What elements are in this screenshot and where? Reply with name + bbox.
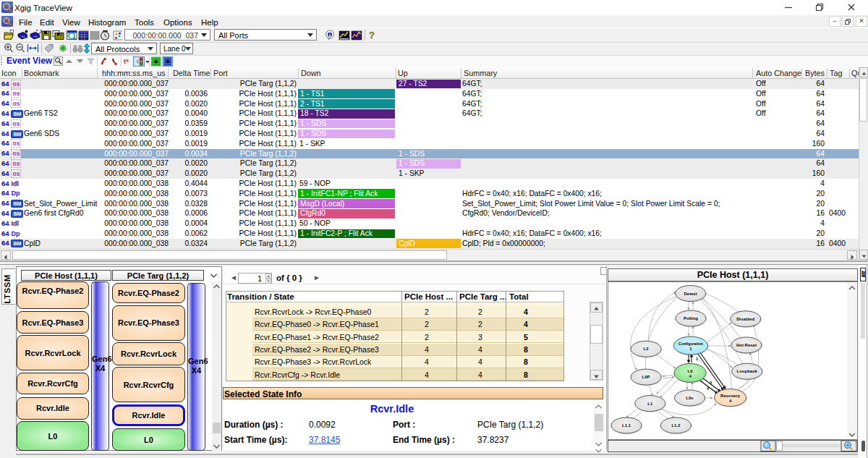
svg-text:L0s: L0s — [686, 396, 694, 400]
svg-text:Loopback: Loopback — [737, 369, 758, 373]
svg-text:1: 1 — [696, 357, 698, 361]
svg-text:L0P: L0P — [642, 375, 650, 379]
svg-text:Recovery: Recovery — [720, 394, 741, 398]
svg-text:Hot Reset: Hot Reset — [736, 343, 757, 347]
svg-text:Detect: Detect — [684, 292, 697, 296]
svg-text:L0: L0 — [688, 369, 694, 373]
svg-text:?: ? — [369, 30, 375, 41]
svg-text:L2: L2 — [644, 347, 650, 351]
svg-text:Polling: Polling — [684, 316, 698, 321]
svg-text:L1: L1 — [647, 402, 653, 406]
svg-text:Configuration: Configuration — [678, 342, 703, 346]
svg-text:Disabled: Disabled — [736, 317, 754, 321]
svg-text:3: 3 — [710, 381, 712, 385]
svg-text:tq: tq — [124, 58, 129, 65]
svg-text:L1.2: L1.2 — [671, 423, 681, 428]
svg-text:L1.1: L1.1 — [622, 423, 631, 428]
